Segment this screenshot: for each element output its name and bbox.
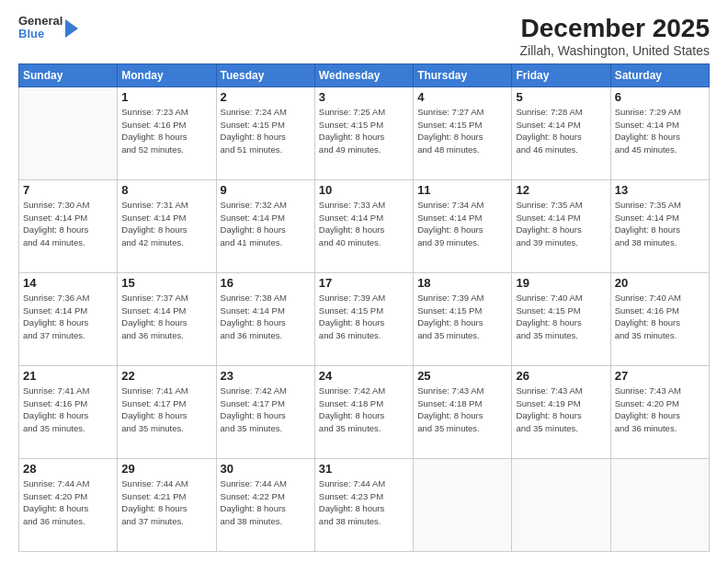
day-number: 20 xyxy=(615,276,705,290)
calendar-cell: 16Sunrise: 7:38 AMSunset: 4:14 PMDayligh… xyxy=(216,272,314,365)
calendar-cell: 21Sunrise: 7:41 AMSunset: 4:16 PMDayligh… xyxy=(19,365,118,458)
day-number: 31 xyxy=(319,462,409,476)
day-number: 21 xyxy=(23,369,113,383)
day-number: 23 xyxy=(221,369,311,383)
day-info: Sunrise: 7:39 AMSunset: 4:15 PMDaylight:… xyxy=(319,292,409,342)
logo-arrow-icon xyxy=(65,19,78,38)
day-number: 27 xyxy=(615,369,705,383)
day-number: 17 xyxy=(319,276,409,290)
weekday-header: Friday xyxy=(512,63,610,86)
weekday-header: Tuesday xyxy=(216,63,314,86)
day-number: 15 xyxy=(121,276,211,290)
day-info: Sunrise: 7:25 AMSunset: 4:15 PMDaylight:… xyxy=(319,106,409,156)
calendar-cell: 25Sunrise: 7:43 AMSunset: 4:18 PMDayligh… xyxy=(414,365,512,458)
calendar-cell: 27Sunrise: 7:43 AMSunset: 4:20 PMDayligh… xyxy=(610,365,709,458)
day-number: 8 xyxy=(121,183,211,197)
day-info: Sunrise: 7:43 AMSunset: 4:18 PMDaylight:… xyxy=(417,385,507,435)
day-number: 14 xyxy=(23,276,113,290)
day-number: 3 xyxy=(319,90,409,104)
calendar-week-row: 21Sunrise: 7:41 AMSunset: 4:16 PMDayligh… xyxy=(19,365,710,458)
calendar-cell: 5Sunrise: 7:28 AMSunset: 4:14 PMDaylight… xyxy=(512,86,610,179)
title-block: December 2025 Zillah, Washington, United… xyxy=(520,15,710,58)
calendar-cell: 19Sunrise: 7:40 AMSunset: 4:15 PMDayligh… xyxy=(512,272,610,365)
day-info: Sunrise: 7:31 AMSunset: 4:14 PMDaylight:… xyxy=(121,199,211,249)
logo-text: General Blue xyxy=(18,15,63,41)
day-number: 1 xyxy=(121,90,211,104)
calendar-cell: 14Sunrise: 7:36 AMSunset: 4:14 PMDayligh… xyxy=(19,272,118,365)
calendar-cell: 1Sunrise: 7:23 AMSunset: 4:16 PMDaylight… xyxy=(118,86,216,179)
calendar: SundayMondayTuesdayWednesdayThursdayFrid… xyxy=(18,63,710,552)
calendar-body: 1Sunrise: 7:23 AMSunset: 4:16 PMDaylight… xyxy=(19,86,710,551)
calendar-cell: 4Sunrise: 7:27 AMSunset: 4:15 PMDaylight… xyxy=(414,86,512,179)
logo-general: General xyxy=(18,15,63,28)
calendar-cell: 7Sunrise: 7:30 AMSunset: 4:14 PMDaylight… xyxy=(19,179,118,272)
day-info: Sunrise: 7:32 AMSunset: 4:14 PMDaylight:… xyxy=(221,199,311,249)
calendar-cell: 11Sunrise: 7:34 AMSunset: 4:14 PMDayligh… xyxy=(414,179,512,272)
calendar-cell: 9Sunrise: 7:32 AMSunset: 4:14 PMDaylight… xyxy=(216,179,314,272)
day-info: Sunrise: 7:27 AMSunset: 4:15 PMDaylight:… xyxy=(417,106,507,156)
calendar-cell xyxy=(19,86,118,179)
calendar-cell: 18Sunrise: 7:39 AMSunset: 4:15 PMDayligh… xyxy=(414,272,512,365)
calendar-cell: 22Sunrise: 7:41 AMSunset: 4:17 PMDayligh… xyxy=(118,365,216,458)
calendar-week-row: 14Sunrise: 7:36 AMSunset: 4:14 PMDayligh… xyxy=(19,272,710,365)
day-info: Sunrise: 7:28 AMSunset: 4:14 PMDaylight:… xyxy=(516,106,606,156)
weekday-header: Monday xyxy=(118,63,216,86)
day-info: Sunrise: 7:42 AMSunset: 4:17 PMDaylight:… xyxy=(221,385,311,435)
day-info: Sunrise: 7:23 AMSunset: 4:16 PMDaylight:… xyxy=(121,106,211,156)
calendar-cell: 6Sunrise: 7:29 AMSunset: 4:14 PMDaylight… xyxy=(610,86,709,179)
calendar-cell: 2Sunrise: 7:24 AMSunset: 4:15 PMDaylight… xyxy=(216,86,314,179)
day-info: Sunrise: 7:29 AMSunset: 4:14 PMDaylight:… xyxy=(615,106,705,156)
day-info: Sunrise: 7:34 AMSunset: 4:14 PMDaylight:… xyxy=(417,199,507,249)
day-info: Sunrise: 7:41 AMSunset: 4:16 PMDaylight:… xyxy=(23,385,113,435)
day-info: Sunrise: 7:44 AMSunset: 4:22 PMDaylight:… xyxy=(221,477,311,528)
day-number: 24 xyxy=(319,369,409,383)
day-number: 12 xyxy=(516,183,606,197)
day-info: Sunrise: 7:37 AMSunset: 4:14 PMDaylight:… xyxy=(121,292,211,342)
day-number: 19 xyxy=(516,276,606,290)
day-info: Sunrise: 7:24 AMSunset: 4:15 PMDaylight:… xyxy=(221,106,311,156)
calendar-cell: 12Sunrise: 7:35 AMSunset: 4:14 PMDayligh… xyxy=(512,179,610,272)
day-info: Sunrise: 7:40 AMSunset: 4:15 PMDaylight:… xyxy=(516,292,606,342)
calendar-cell: 26Sunrise: 7:43 AMSunset: 4:19 PMDayligh… xyxy=(512,365,610,458)
day-info: Sunrise: 7:33 AMSunset: 4:14 PMDaylight:… xyxy=(319,199,409,249)
day-number: 22 xyxy=(121,369,211,383)
day-info: Sunrise: 7:41 AMSunset: 4:17 PMDaylight:… xyxy=(121,385,211,435)
day-number: 9 xyxy=(221,183,311,197)
day-number: 18 xyxy=(417,276,507,290)
day-number: 26 xyxy=(516,369,606,383)
weekday-header: Sunday xyxy=(19,63,118,86)
day-number: 30 xyxy=(221,462,311,476)
calendar-week-row: 1Sunrise: 7:23 AMSunset: 4:16 PMDaylight… xyxy=(19,86,710,179)
location: Zillah, Washington, United States xyxy=(520,43,710,58)
calendar-cell: 24Sunrise: 7:42 AMSunset: 4:18 PMDayligh… xyxy=(314,365,413,458)
day-info: Sunrise: 7:39 AMSunset: 4:15 PMDaylight:… xyxy=(417,292,507,342)
weekday-header: Saturday xyxy=(610,63,709,86)
day-number: 11 xyxy=(417,183,507,197)
day-info: Sunrise: 7:35 AMSunset: 4:14 PMDaylight:… xyxy=(516,199,606,249)
calendar-cell: 10Sunrise: 7:33 AMSunset: 4:14 PMDayligh… xyxy=(314,179,413,272)
page: General Blue December 2025 Zillah, Washi… xyxy=(0,0,728,563)
calendar-cell: 31Sunrise: 7:44 AMSunset: 4:23 PMDayligh… xyxy=(314,458,413,551)
day-info: Sunrise: 7:35 AMSunset: 4:14 PMDaylight:… xyxy=(615,199,705,249)
calendar-cell xyxy=(512,458,610,551)
day-number: 25 xyxy=(417,369,507,383)
day-info: Sunrise: 7:44 AMSunset: 4:21 PMDaylight:… xyxy=(121,477,211,528)
calendar-cell: 8Sunrise: 7:31 AMSunset: 4:14 PMDaylight… xyxy=(118,179,216,272)
calendar-cell: 13Sunrise: 7:35 AMSunset: 4:14 PMDayligh… xyxy=(610,179,709,272)
calendar-cell: 28Sunrise: 7:44 AMSunset: 4:20 PMDayligh… xyxy=(19,458,118,551)
month-title: December 2025 xyxy=(520,15,710,43)
calendar-cell: 17Sunrise: 7:39 AMSunset: 4:15 PMDayligh… xyxy=(314,272,413,365)
calendar-cell: 29Sunrise: 7:44 AMSunset: 4:21 PMDayligh… xyxy=(118,458,216,551)
calendar-cell: 23Sunrise: 7:42 AMSunset: 4:17 PMDayligh… xyxy=(216,365,314,458)
day-info: Sunrise: 7:38 AMSunset: 4:14 PMDaylight:… xyxy=(221,292,311,342)
day-info: Sunrise: 7:44 AMSunset: 4:20 PMDaylight:… xyxy=(23,477,113,528)
day-number: 7 xyxy=(23,183,113,197)
day-info: Sunrise: 7:42 AMSunset: 4:18 PMDaylight:… xyxy=(319,385,409,435)
calendar-cell: 20Sunrise: 7:40 AMSunset: 4:16 PMDayligh… xyxy=(610,272,709,365)
weekday-header: Thursday xyxy=(414,63,512,86)
weekday-header: Wednesday xyxy=(314,63,413,86)
day-info: Sunrise: 7:44 AMSunset: 4:23 PMDaylight:… xyxy=(319,477,409,528)
day-number: 28 xyxy=(23,462,113,476)
logo-blue: Blue xyxy=(18,28,63,40)
day-number: 4 xyxy=(417,90,507,104)
